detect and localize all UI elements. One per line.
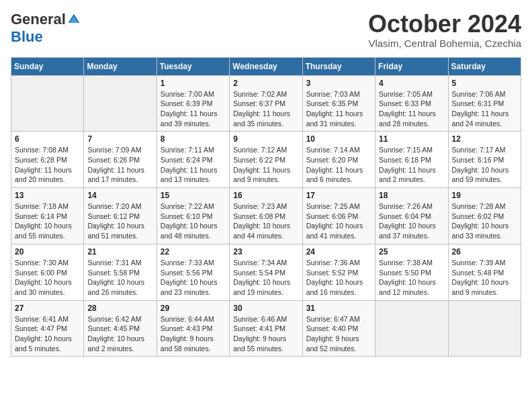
- day-detail: Sunrise: 7:05 AM Sunset: 6:33 PM Dayligh…: [379, 89, 444, 129]
- day-detail: Sunrise: 7:28 AM Sunset: 6:02 PM Dayligh…: [452, 201, 517, 241]
- calendar-cell: 25Sunrise: 7:38 AM Sunset: 5:50 PM Dayli…: [375, 244, 448, 300]
- day-detail: Sunrise: 7:20 AM Sunset: 6:12 PM Dayligh…: [87, 201, 152, 241]
- day-number: 4: [379, 79, 444, 88]
- calendar-cell: 26Sunrise: 7:39 AM Sunset: 5:48 PM Dayli…: [448, 244, 521, 300]
- day-number: 13: [15, 191, 80, 200]
- day-number: 5: [452, 79, 517, 88]
- calendar-cell: 20Sunrise: 7:30 AM Sunset: 6:00 PM Dayli…: [11, 244, 84, 300]
- day-number: 14: [87, 191, 152, 200]
- day-number: 8: [161, 134, 226, 144]
- calendar-header-row: SundayMondayTuesdayWednesdayThursdayFrid…: [11, 57, 521, 75]
- calendar-cell: 2Sunrise: 7:02 AM Sunset: 6:37 PM Daylig…: [230, 75, 302, 132]
- calendar-cell: 27Sunrise: 6:41 AM Sunset: 4:47 PM Dayli…: [11, 300, 84, 357]
- day-detail: Sunrise: 7:23 AM Sunset: 6:08 PM Dayligh…: [233, 201, 298, 241]
- title-block: October 2024 Vlasim, Central Bohemia, Cz…: [368, 11, 521, 49]
- calendar-cell: [448, 300, 521, 357]
- column-header-wednesday: Wednesday: [230, 57, 302, 75]
- day-detail: Sunrise: 7:34 AM Sunset: 5:54 PM Dayligh…: [233, 258, 298, 298]
- day-detail: Sunrise: 7:36 AM Sunset: 5:52 PM Dayligh…: [306, 258, 371, 298]
- calendar-cell: [375, 300, 448, 357]
- calendar-cell: 12Sunrise: 7:17 AM Sunset: 6:16 PM Dayli…: [448, 132, 521, 188]
- day-number: 18: [379, 191, 444, 200]
- calendar-cell: 31Sunrise: 6:47 AM Sunset: 4:40 PM Dayli…: [302, 300, 375, 357]
- calendar-week-row: 20Sunrise: 7:30 AM Sunset: 6:00 PM Dayli…: [11, 244, 521, 300]
- calendar-week-row: 13Sunrise: 7:18 AM Sunset: 6:14 PM Dayli…: [11, 188, 521, 244]
- calendar-cell: 8Sunrise: 7:11 AM Sunset: 6:24 PM Daylig…: [157, 132, 229, 188]
- day-number: 19: [452, 191, 517, 200]
- column-header-saturday: Saturday: [448, 57, 521, 75]
- day-number: 31: [306, 304, 371, 313]
- calendar-cell: 3Sunrise: 7:03 AM Sunset: 6:35 PM Daylig…: [302, 75, 375, 132]
- calendar-cell: 28Sunrise: 6:42 AM Sunset: 4:45 PM Dayli…: [84, 300, 157, 357]
- day-number: 23: [233, 247, 298, 257]
- calendar-cell: 11Sunrise: 7:15 AM Sunset: 6:18 PM Dayli…: [375, 132, 448, 188]
- day-detail: Sunrise: 7:39 AM Sunset: 5:48 PM Dayligh…: [452, 258, 517, 298]
- month-title: October 2024: [368, 11, 521, 38]
- calendar-cell: 4Sunrise: 7:05 AM Sunset: 6:33 PM Daylig…: [375, 75, 448, 132]
- day-detail: Sunrise: 7:09 AM Sunset: 6:26 PM Dayligh…: [87, 145, 152, 185]
- calendar-cell: 6Sunrise: 7:08 AM Sunset: 6:28 PM Daylig…: [11, 132, 84, 188]
- day-number: 29: [161, 304, 226, 313]
- day-number: 12: [452, 134, 517, 144]
- day-detail: Sunrise: 7:14 AM Sunset: 6:20 PM Dayligh…: [306, 145, 371, 185]
- day-detail: Sunrise: 7:03 AM Sunset: 6:35 PM Dayligh…: [306, 89, 371, 129]
- column-header-sunday: Sunday: [11, 57, 84, 75]
- day-number: 2: [233, 79, 298, 88]
- day-detail: Sunrise: 7:06 AM Sunset: 6:31 PM Dayligh…: [452, 89, 517, 129]
- day-number: 3: [306, 79, 371, 88]
- calendar-cell: 7Sunrise: 7:09 AM Sunset: 6:26 PM Daylig…: [84, 132, 157, 188]
- day-detail: Sunrise: 6:46 AM Sunset: 4:41 PM Dayligh…: [233, 314, 298, 354]
- calendar-cell: [11, 75, 84, 132]
- column-header-friday: Friday: [375, 57, 448, 75]
- day-number: 28: [87, 304, 152, 313]
- calendar-cell: 13Sunrise: 7:18 AM Sunset: 6:14 PM Dayli…: [11, 188, 84, 244]
- calendar-week-row: 1Sunrise: 7:00 AM Sunset: 6:39 PM Daylig…: [11, 75, 521, 132]
- calendar-cell: 10Sunrise: 7:14 AM Sunset: 6:20 PM Dayli…: [302, 132, 375, 188]
- calendar-cell: 24Sunrise: 7:36 AM Sunset: 5:52 PM Dayli…: [302, 244, 375, 300]
- day-number: 27: [15, 304, 80, 313]
- day-number: 16: [233, 191, 298, 200]
- calendar-cell: 21Sunrise: 7:31 AM Sunset: 5:58 PM Dayli…: [84, 244, 157, 300]
- calendar-cell: 17Sunrise: 7:25 AM Sunset: 6:06 PM Dayli…: [302, 188, 375, 244]
- day-number: 11: [379, 134, 444, 144]
- day-number: 21: [87, 247, 152, 257]
- day-number: 30: [233, 304, 298, 313]
- day-number: 6: [15, 134, 80, 144]
- day-detail: Sunrise: 6:44 AM Sunset: 4:43 PM Dayligh…: [161, 314, 226, 354]
- day-detail: Sunrise: 7:30 AM Sunset: 6:00 PM Dayligh…: [15, 258, 80, 298]
- calendar-cell: 14Sunrise: 7:20 AM Sunset: 6:12 PM Dayli…: [84, 188, 157, 244]
- logo-icon: [67, 13, 81, 26]
- calendar-cell: 22Sunrise: 7:33 AM Sunset: 5:56 PM Dayli…: [157, 244, 229, 300]
- day-detail: Sunrise: 7:33 AM Sunset: 5:56 PM Dayligh…: [161, 258, 226, 298]
- day-detail: Sunrise: 7:31 AM Sunset: 5:58 PM Dayligh…: [87, 258, 152, 298]
- column-header-tuesday: Tuesday: [157, 57, 229, 75]
- day-detail: Sunrise: 6:47 AM Sunset: 4:40 PM Dayligh…: [306, 314, 371, 354]
- column-header-thursday: Thursday: [302, 57, 375, 75]
- day-detail: Sunrise: 7:15 AM Sunset: 6:18 PM Dayligh…: [379, 145, 444, 185]
- calendar-cell: 19Sunrise: 7:28 AM Sunset: 6:02 PM Dayli…: [448, 188, 521, 244]
- calendar-week-row: 6Sunrise: 7:08 AM Sunset: 6:28 PM Daylig…: [11, 132, 521, 188]
- column-header-monday: Monday: [84, 57, 157, 75]
- calendar-cell: [84, 75, 157, 132]
- page-header: General Blue October 2024 Vlasim, Centra…: [11, 11, 521, 49]
- calendar-cell: 18Sunrise: 7:26 AM Sunset: 6:04 PM Dayli…: [375, 188, 448, 244]
- day-number: 25: [379, 247, 444, 257]
- calendar-cell: 15Sunrise: 7:22 AM Sunset: 6:10 PM Dayli…: [157, 188, 229, 244]
- calendar-cell: 5Sunrise: 7:06 AM Sunset: 6:31 PM Daylig…: [448, 75, 521, 132]
- calendar-cell: 23Sunrise: 7:34 AM Sunset: 5:54 PM Dayli…: [230, 244, 302, 300]
- logo-blue-text: Blue: [11, 28, 43, 45]
- day-detail: Sunrise: 7:08 AM Sunset: 6:28 PM Dayligh…: [15, 145, 80, 185]
- calendar-cell: 16Sunrise: 7:23 AM Sunset: 6:08 PM Dayli…: [230, 188, 302, 244]
- logo-general-text: General: [11, 11, 66, 28]
- location-subtitle: Vlasim, Central Bohemia, Czechia: [368, 38, 521, 49]
- day-detail: Sunrise: 7:02 AM Sunset: 6:37 PM Dayligh…: [233, 89, 298, 129]
- calendar-cell: 30Sunrise: 6:46 AM Sunset: 4:41 PM Dayli…: [230, 300, 302, 357]
- day-number: 1: [161, 79, 226, 88]
- calendar-cell: 29Sunrise: 6:44 AM Sunset: 4:43 PM Dayli…: [157, 300, 229, 357]
- day-detail: Sunrise: 7:38 AM Sunset: 5:50 PM Dayligh…: [379, 258, 444, 298]
- calendar-table: SundayMondayTuesdayWednesdayThursdayFrid…: [11, 57, 521, 357]
- day-detail: Sunrise: 6:41 AM Sunset: 4:47 PM Dayligh…: [15, 314, 80, 354]
- day-detail: Sunrise: 7:00 AM Sunset: 6:39 PM Dayligh…: [161, 89, 226, 129]
- day-detail: Sunrise: 7:25 AM Sunset: 6:06 PM Dayligh…: [306, 201, 371, 241]
- day-detail: Sunrise: 7:17 AM Sunset: 6:16 PM Dayligh…: [452, 145, 517, 185]
